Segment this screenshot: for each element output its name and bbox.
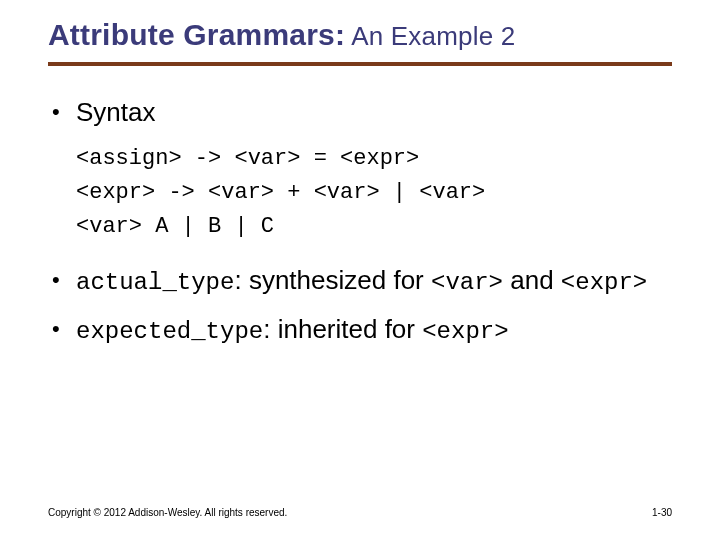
slide-title: Attribute Grammars: An Example 2 — [48, 18, 672, 52]
actual-type-text-b: and — [503, 265, 561, 295]
page-number: 1-30 — [652, 507, 672, 518]
actual-type-text-a: : synthesized for — [234, 265, 431, 295]
title-sub: An Example 2 — [345, 21, 515, 51]
bullet-list: Syntax <assign> -> <var> = <expr> <expr>… — [48, 94, 672, 350]
nonterminal-expr: <expr> — [561, 269, 647, 296]
actual-type-code: actual_type — [76, 269, 234, 296]
slide: Attribute Grammars: An Example 2 Syntax … — [0, 0, 720, 540]
copyright-text: Copyright © 2012 Addison-Wesley. All rig… — [48, 507, 287, 518]
slide-body: Syntax <assign> -> <var> = <expr> <expr>… — [48, 94, 672, 350]
title-main: Attribute Grammars: — [48, 18, 345, 51]
grammar-code: <assign> -> <var> = <expr> <expr> -> <va… — [76, 142, 672, 244]
bullet-syntax-label: Syntax — [76, 97, 156, 127]
nonterminal-var: <var> — [431, 269, 503, 296]
expected-type-text-a: : inherited for — [263, 314, 422, 344]
bullet-actual-type: actual_type: synthesized for <var> and <… — [48, 262, 672, 301]
slide-footer: Copyright © 2012 Addison-Wesley. All rig… — [48, 507, 672, 518]
nonterminal-expr-2: <expr> — [422, 318, 508, 345]
bullet-expected-type: expected_type: inherited for <expr> — [48, 311, 672, 350]
title-divider — [48, 62, 672, 66]
expected-type-code: expected_type — [76, 318, 263, 345]
bullet-syntax: Syntax — [48, 94, 672, 132]
